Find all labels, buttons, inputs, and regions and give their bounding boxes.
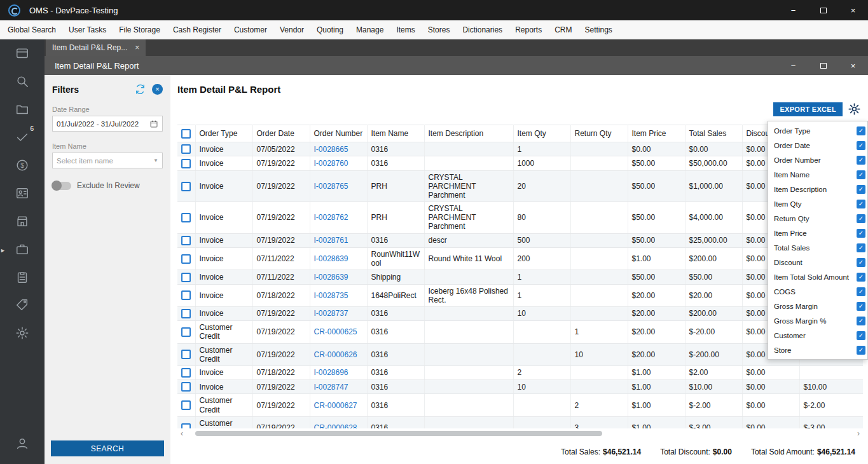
order-number-link[interactable]: I-0028639 (310, 247, 367, 270)
gear-icon[interactable] (848, 102, 861, 116)
order-number-link[interactable]: I-0028735 (310, 284, 367, 306)
menu-item-settings[interactable]: Settings (578, 20, 618, 39)
chooser-item-item-description[interactable]: Item Description✓ (768, 182, 867, 196)
row-checkbox[interactable] (181, 144, 191, 154)
refresh-icon[interactable] (135, 84, 146, 95)
menu-item-vendor[interactable]: Vendor (273, 20, 310, 39)
exclude-in-review-toggle[interactable] (52, 182, 71, 190)
inner-minimize-icon[interactable]: − (778, 56, 808, 75)
chooser-item-item-price[interactable]: Item Price✓ (768, 226, 867, 240)
menu-item-stores[interactable]: Stores (422, 20, 457, 39)
checked-checkbox-icon[interactable]: ✓ (857, 273, 865, 282)
inner-close-icon[interactable]: × (838, 56, 868, 75)
row-checkbox[interactable] (181, 290, 191, 300)
payments-icon[interactable]: $ (0, 151, 45, 179)
minimize-icon[interactable]: − (778, 0, 808, 20)
briefcase-icon[interactable] (0, 235, 45, 263)
tab-close-icon[interactable]: × (135, 43, 139, 52)
checked-checkbox-icon[interactable]: ✓ (857, 243, 865, 252)
folder-icon[interactable] (0, 95, 45, 123)
menu-item-reports[interactable]: Reports (509, 20, 548, 39)
filters-close-icon[interactable]: × (152, 84, 163, 95)
chooser-item-return-qty[interactable]: Return Qty✓ (768, 211, 867, 226)
checked-checkbox-icon[interactable]: ✓ (857, 331, 865, 340)
chooser-item-cogs[interactable]: COGS✓ (768, 284, 867, 299)
checked-checkbox-icon[interactable]: ✓ (857, 214, 865, 223)
row-checkbox[interactable] (181, 236, 191, 245)
search-icon[interactable] (0, 67, 45, 95)
clipboard-icon[interactable] (0, 263, 45, 291)
scrollbar-thumb[interactable] (195, 431, 602, 436)
order-number-link[interactable]: I-0028765 (310, 170, 367, 201)
chooser-item-customer[interactable]: Customer✓ (768, 328, 867, 343)
column-header-item-price[interactable]: Item Price (628, 125, 685, 142)
menu-item-manage[interactable]: Manage (350, 20, 390, 39)
column-header-item-qty[interactable]: Item Qty (513, 125, 570, 142)
contacts-icon[interactable] (0, 179, 45, 207)
date-range-input[interactable]: 01/Jul/2022 - 31/Jul/2022 (52, 116, 163, 132)
column-header-order-type[interactable]: Order Type (195, 125, 252, 142)
row-checkbox[interactable] (181, 182, 191, 191)
scroll-right-icon[interactable]: › (854, 430, 863, 437)
horizontal-scrollbar[interactable]: ‹ › (177, 430, 863, 437)
column-header-return-qty[interactable]: Return Qty (570, 125, 628, 142)
scrollbar-track[interactable] (186, 430, 854, 437)
order-number-link[interactable]: I-0028760 (310, 156, 367, 170)
close-icon[interactable]: × (838, 0, 868, 20)
order-number-link[interactable]: I-0028665 (310, 142, 367, 156)
scroll-left-icon[interactable]: ‹ (177, 430, 186, 437)
order-number-link[interactable]: I-0028761 (310, 233, 367, 247)
menu-item-global-search[interactable]: Global Search (1, 20, 62, 39)
checked-checkbox-icon[interactable]: ✓ (857, 156, 865, 165)
user-icon[interactable] (0, 430, 45, 458)
row-checkbox[interactable] (181, 327, 191, 337)
checked-checkbox-icon[interactable]: ✓ (857, 200, 865, 208)
menu-item-customer[interactable]: Customer (228, 20, 273, 39)
checked-checkbox-icon[interactable]: ✓ (857, 141, 865, 150)
sidebar-expander-icon[interactable]: ► (0, 248, 6, 254)
order-number-link[interactable]: I-0028762 (310, 202, 367, 233)
checked-checkbox-icon[interactable]: ✓ (857, 170, 865, 179)
tag-icon[interactable] (0, 291, 45, 319)
row-checkbox[interactable] (181, 159, 191, 168)
order-number-link[interactable]: I-0028639 (310, 270, 367, 284)
row-checkbox[interactable] (181, 368, 191, 378)
order-number-link[interactable]: I-0028737 (310, 306, 367, 320)
chooser-item-gross-margin[interactable]: Gross Margin %✓ (768, 313, 867, 328)
row-checkbox[interactable] (181, 382, 191, 392)
item-name-select[interactable]: Select item name ▼ (52, 153, 163, 168)
chooser-item-discount[interactable]: Discount✓ (768, 255, 867, 270)
tab-item-detail-pl-report[interactable]: Item Detail P&L Rep... × (46, 39, 146, 56)
menu-item-cash-register[interactable]: Cash Register (167, 20, 228, 39)
row-checkbox[interactable] (181, 273, 191, 282)
checked-checkbox-icon[interactable]: ✓ (857, 287, 865, 296)
order-number-link[interactable]: I-0028747 (310, 380, 367, 394)
menu-item-file-storage[interactable]: File Storage (113, 20, 167, 39)
chooser-item-total-sales[interactable]: Total Sales✓ (768, 240, 867, 255)
order-number-link[interactable]: CR-0000628 (310, 416, 367, 428)
menu-item-dictionaries[interactable]: Dictionaries (456, 20, 509, 39)
chooser-item-order-date[interactable]: Order Date✓ (768, 138, 867, 153)
checked-checkbox-icon[interactable]: ✓ (857, 229, 865, 238)
store-icon[interactable] (0, 207, 45, 235)
row-checkbox[interactable] (181, 423, 191, 428)
chooser-item-item-name[interactable]: Item Name✓ (768, 167, 867, 182)
checked-checkbox-icon[interactable]: ✓ (857, 185, 865, 194)
menu-item-items[interactable]: Items (390, 20, 421, 39)
checked-checkbox-icon[interactable]: ✓ (857, 346, 865, 355)
menu-item-user-tasks[interactable]: User Tasks (62, 20, 113, 39)
order-number-link[interactable]: CR-0000626 (310, 343, 367, 365)
chooser-item-gross-margin[interactable]: Gross Margin✓ (768, 299, 867, 313)
column-header-order-date[interactable]: Order Date (252, 125, 310, 142)
chooser-item-order-type[interactable]: Order Type✓ (768, 123, 867, 138)
maximize-icon[interactable] (808, 0, 838, 20)
chooser-item-item-qty[interactable]: Item Qty✓ (768, 196, 867, 211)
dashboard-icon[interactable] (0, 39, 45, 67)
chooser-item-store[interactable]: Store✓ (768, 343, 867, 357)
calendar-icon[interactable] (149, 119, 158, 128)
row-checkbox[interactable] (181, 254, 191, 264)
select-all-checkbox[interactable] (181, 129, 191, 139)
checked-checkbox-icon[interactable]: ✓ (857, 126, 865, 135)
checked-checkbox-icon[interactable]: ✓ (857, 302, 865, 311)
row-checkbox[interactable] (181, 400, 191, 410)
